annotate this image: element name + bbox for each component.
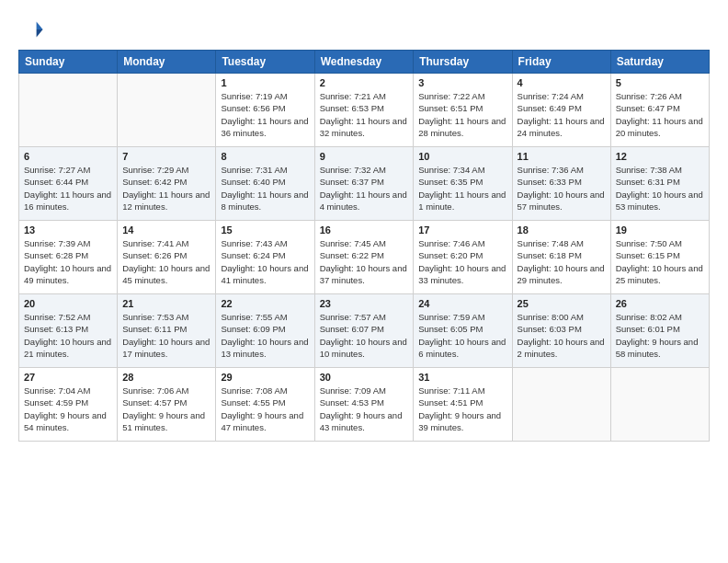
- svg-marker-0: [37, 22, 43, 29]
- calendar-cell: 19Sunrise: 7:50 AM Sunset: 6:15 PM Dayli…: [610, 221, 709, 294]
- day-number: 11: [518, 151, 606, 162]
- calendar-body: 1Sunrise: 7:19 AM Sunset: 6:56 PM Daylig…: [19, 74, 710, 442]
- weekday-header: Tuesday: [216, 51, 314, 74]
- calendar-week-row: 13Sunrise: 7:39 AM Sunset: 6:28 PM Dayli…: [19, 221, 710, 294]
- day-info: Sunrise: 7:08 AM Sunset: 4:55 PM Dayligh…: [221, 385, 309, 433]
- day-number: 25: [518, 298, 606, 309]
- calendar-cell: 30Sunrise: 7:09 AM Sunset: 4:53 PM Dayli…: [314, 368, 414, 442]
- calendar-cell: [512, 368, 610, 442]
- calendar-cell: [118, 74, 216, 147]
- calendar-cell: 4Sunrise: 7:24 AM Sunset: 6:49 PM Daylig…: [512, 74, 610, 147]
- calendar-cell: 21Sunrise: 7:53 AM Sunset: 6:11 PM Dayli…: [118, 294, 216, 368]
- logo: [18, 17, 46, 42]
- day-info: Sunrise: 7:48 AM Sunset: 6:18 PM Dayligh…: [518, 237, 606, 286]
- day-number: 31: [418, 372, 506, 383]
- logo-icon: [18, 17, 44, 42]
- day-number: 30: [320, 372, 409, 383]
- day-number: 3: [418, 77, 506, 88]
- day-number: 9: [320, 151, 409, 162]
- calendar-cell: 1Sunrise: 7:19 AM Sunset: 6:56 PM Daylig…: [216, 74, 314, 147]
- day-info: Sunrise: 7:31 AM Sunset: 6:40 PM Dayligh…: [221, 164, 309, 213]
- day-info: Sunrise: 7:27 AM Sunset: 6:44 PM Dayligh…: [24, 164, 112, 213]
- day-info: Sunrise: 7:43 AM Sunset: 6:24 PM Dayligh…: [221, 237, 309, 286]
- calendar-cell: 7Sunrise: 7:29 AM Sunset: 6:42 PM Daylig…: [118, 147, 216, 221]
- calendar-week-row: 6Sunrise: 7:27 AM Sunset: 6:44 PM Daylig…: [19, 147, 710, 221]
- calendar-cell: 8Sunrise: 7:31 AM Sunset: 6:40 PM Daylig…: [216, 147, 314, 221]
- calendar-week-row: 27Sunrise: 7:04 AM Sunset: 4:59 PM Dayli…: [19, 368, 710, 442]
- calendar-cell: 20Sunrise: 7:52 AM Sunset: 6:13 PM Dayli…: [19, 294, 118, 368]
- day-info: Sunrise: 7:41 AM Sunset: 6:26 PM Dayligh…: [122, 237, 210, 286]
- day-number: 27: [24, 372, 112, 383]
- day-number: 29: [221, 372, 309, 383]
- calendar-cell: 26Sunrise: 8:02 AM Sunset: 6:01 PM Dayli…: [610, 294, 709, 368]
- calendar-cell: 18Sunrise: 7:48 AM Sunset: 6:18 PM Dayli…: [512, 221, 610, 294]
- day-info: Sunrise: 7:24 AM Sunset: 6:49 PM Dayligh…: [518, 90, 606, 139]
- calendar-cell: 13Sunrise: 7:39 AM Sunset: 6:28 PM Dayli…: [19, 221, 118, 294]
- day-info: Sunrise: 8:02 AM Sunset: 6:01 PM Dayligh…: [616, 311, 704, 360]
- day-number: 13: [24, 224, 112, 236]
- weekday-header: Wednesday: [314, 51, 414, 74]
- day-number: 20: [24, 298, 112, 309]
- calendar-cell: 5Sunrise: 7:26 AM Sunset: 6:47 PM Daylig…: [610, 74, 709, 147]
- calendar-header: SundayMondayTuesdayWednesdayThursdayFrid…: [19, 51, 710, 74]
- calendar-cell: 27Sunrise: 7:04 AM Sunset: 4:59 PM Dayli…: [19, 368, 118, 442]
- calendar-cell: 12Sunrise: 7:38 AM Sunset: 6:31 PM Dayli…: [610, 147, 709, 221]
- day-info: Sunrise: 7:04 AM Sunset: 4:59 PM Dayligh…: [24, 385, 112, 433]
- day-number: 28: [122, 372, 210, 383]
- day-info: Sunrise: 7:38 AM Sunset: 6:31 PM Dayligh…: [616, 164, 704, 213]
- header: [18, 17, 710, 42]
- calendar-cell: 22Sunrise: 7:55 AM Sunset: 6:09 PM Dayli…: [216, 294, 314, 368]
- day-number: 7: [122, 151, 210, 162]
- day-number: 10: [418, 151, 506, 162]
- day-info: Sunrise: 7:57 AM Sunset: 6:07 PM Dayligh…: [320, 311, 409, 360]
- day-info: Sunrise: 7:19 AM Sunset: 6:56 PM Dayligh…: [221, 90, 309, 139]
- calendar: SundayMondayTuesdayWednesdayThursdayFrid…: [18, 50, 710, 442]
- day-number: 23: [320, 298, 409, 309]
- day-info: Sunrise: 7:46 AM Sunset: 6:20 PM Dayligh…: [418, 237, 506, 286]
- day-info: Sunrise: 7:32 AM Sunset: 6:37 PM Dayligh…: [320, 164, 409, 213]
- calendar-cell: 14Sunrise: 7:41 AM Sunset: 6:26 PM Dayli…: [118, 221, 216, 294]
- day-number: 14: [122, 224, 210, 236]
- day-info: Sunrise: 7:55 AM Sunset: 6:09 PM Dayligh…: [221, 311, 309, 360]
- day-number: 22: [221, 298, 309, 309]
- day-number: 21: [122, 298, 210, 309]
- weekday-header: Friday: [512, 51, 610, 74]
- day-info: Sunrise: 7:26 AM Sunset: 6:47 PM Dayligh…: [616, 90, 704, 139]
- calendar-cell: [610, 368, 709, 442]
- day-number: 18: [518, 224, 606, 236]
- calendar-cell: 24Sunrise: 7:59 AM Sunset: 6:05 PM Dayli…: [414, 294, 512, 368]
- weekday-header: Monday: [118, 51, 216, 74]
- calendar-cell: 9Sunrise: 7:32 AM Sunset: 6:37 PM Daylig…: [314, 147, 414, 221]
- page: SundayMondayTuesdayWednesdayThursdayFrid…: [0, 0, 728, 453]
- day-number: 16: [320, 224, 409, 236]
- calendar-cell: 29Sunrise: 7:08 AM Sunset: 4:55 PM Dayli…: [216, 368, 314, 442]
- day-number: 5: [616, 77, 704, 88]
- day-number: 2: [320, 77, 409, 88]
- calendar-cell: 2Sunrise: 7:21 AM Sunset: 6:53 PM Daylig…: [314, 74, 414, 147]
- calendar-cell: 23Sunrise: 7:57 AM Sunset: 6:07 PM Dayli…: [314, 294, 414, 368]
- day-number: 12: [616, 151, 704, 162]
- calendar-cell: 11Sunrise: 7:36 AM Sunset: 6:33 PM Dayli…: [512, 147, 610, 221]
- weekday-header: Thursday: [414, 51, 512, 74]
- calendar-cell: 10Sunrise: 7:34 AM Sunset: 6:35 PM Dayli…: [414, 147, 512, 221]
- day-info: Sunrise: 7:06 AM Sunset: 4:57 PM Dayligh…: [122, 385, 210, 433]
- calendar-cell: 25Sunrise: 8:00 AM Sunset: 6:03 PM Dayli…: [512, 294, 610, 368]
- calendar-cell: 28Sunrise: 7:06 AM Sunset: 4:57 PM Dayli…: [118, 368, 216, 442]
- day-info: Sunrise: 7:45 AM Sunset: 6:22 PM Dayligh…: [320, 237, 409, 286]
- day-number: 26: [616, 298, 704, 309]
- calendar-cell: 31Sunrise: 7:11 AM Sunset: 4:51 PM Dayli…: [414, 368, 512, 442]
- calendar-cell: 17Sunrise: 7:46 AM Sunset: 6:20 PM Dayli…: [414, 221, 512, 294]
- day-info: Sunrise: 7:59 AM Sunset: 6:05 PM Dayligh…: [418, 311, 506, 360]
- day-info: Sunrise: 7:29 AM Sunset: 6:42 PM Dayligh…: [122, 164, 210, 213]
- day-number: 15: [221, 224, 309, 236]
- day-number: 8: [221, 151, 309, 162]
- day-number: 4: [518, 77, 606, 88]
- day-number: 17: [418, 224, 506, 236]
- calendar-cell: 3Sunrise: 7:22 AM Sunset: 6:51 PM Daylig…: [414, 74, 512, 147]
- weekday-row: SundayMondayTuesdayWednesdayThursdayFrid…: [19, 51, 710, 74]
- calendar-cell: 15Sunrise: 7:43 AM Sunset: 6:24 PM Dayli…: [216, 221, 314, 294]
- day-info: Sunrise: 7:50 AM Sunset: 6:15 PM Dayligh…: [616, 237, 704, 286]
- calendar-week-row: 20Sunrise: 7:52 AM Sunset: 6:13 PM Dayli…: [19, 294, 710, 368]
- day-info: Sunrise: 7:39 AM Sunset: 6:28 PM Dayligh…: [24, 237, 112, 286]
- weekday-header: Sunday: [19, 51, 118, 74]
